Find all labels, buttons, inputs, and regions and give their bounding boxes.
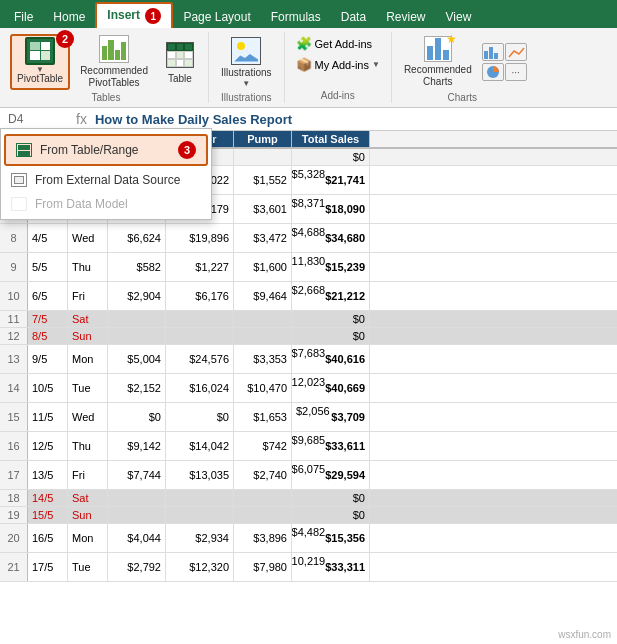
cell-20-date[interactable]: 16/5 <box>28 524 68 552</box>
addins-dropdown-arrow[interactable]: ▼ <box>372 60 380 69</box>
cell-21-heater[interactable]: $12,320 <box>166 553 234 581</box>
cell-6-total[interactable]: $5,328 $21,741 <box>292 166 370 194</box>
cell-21-ac[interactable]: $2,792 <box>108 553 166 581</box>
cell-9-total[interactable]: $11,830 $15,239 <box>292 253 370 281</box>
cell-11-day[interactable]: Sat <box>68 311 108 327</box>
pivot-table-button[interactable]: ▼ PivotTable 2 <box>10 34 70 90</box>
cell-5-total[interactable]: $0 <box>292 149 370 165</box>
cell-14-pump[interactable]: $10,470 <box>234 374 292 402</box>
cell-19-date[interactable]: 15/5 <box>28 507 68 523</box>
cell-12-heater[interactable] <box>166 328 234 344</box>
cell-13-day[interactable]: Mon <box>68 345 108 373</box>
cell-14-heater[interactable]: $16,024 <box>166 374 234 402</box>
cell-19-ac[interactable] <box>108 507 166 523</box>
cell-8-ac[interactable]: $6,624 <box>108 224 166 252</box>
cell-11-ac[interactable] <box>108 311 166 327</box>
cell-15-total[interactable]: $2,056 $3,709 <box>292 403 370 431</box>
cell-13-heater[interactable]: $24,576 <box>166 345 234 373</box>
cell-18-heater[interactable] <box>166 490 234 506</box>
cell-8-pump[interactable]: $3,472 <box>234 224 292 252</box>
cell-17-ac[interactable]: $7,744 <box>108 461 166 489</box>
cell-20-ac[interactable]: $4,044 <box>108 524 166 552</box>
cell-10-date[interactable]: 6/5 <box>28 282 68 310</box>
cell-9-heater[interactable]: $1,227 <box>166 253 234 281</box>
from-external-source-item[interactable]: From External Data Source <box>1 168 211 192</box>
cell-17-heater[interactable]: $13,035 <box>166 461 234 489</box>
cell-11-heater[interactable] <box>166 311 234 327</box>
cell-21-total[interactable]: $10,219 $33,311 <box>292 553 370 581</box>
cell-16-pump[interactable]: $742 <box>234 432 292 460</box>
cell-10-ac[interactable]: $2,904 <box>108 282 166 310</box>
cell-19-day[interactable]: Sun <box>68 507 108 523</box>
cell-18-date[interactable]: 14/5 <box>28 490 68 506</box>
cell-18-day[interactable]: Sat <box>68 490 108 506</box>
cell-21-date[interactable]: 17/5 <box>28 553 68 581</box>
more-charts-button[interactable]: ··· <box>505 63 527 81</box>
cell-17-pump[interactable]: $2,740 <box>234 461 292 489</box>
cell-12-day[interactable]: Sun <box>68 328 108 344</box>
cell-16-date[interactable]: 12/5 <box>28 432 68 460</box>
cell-13-pump[interactable]: $3,353 <box>234 345 292 373</box>
cell-7-total[interactable]: $8,371 $18,090 <box>292 195 370 223</box>
cell-8-total[interactable]: $4,688 $34,680 <box>292 224 370 252</box>
cell-13-total[interactable]: $7,683 $40,616 <box>292 345 370 373</box>
cell-20-heater[interactable]: $2,934 <box>166 524 234 552</box>
cell-12-total[interactable]: $0 <box>292 328 370 344</box>
cell-18-total[interactable]: $0 <box>292 490 370 506</box>
cell-9-ac[interactable]: $582 <box>108 253 166 281</box>
cell-21-pump[interactable]: $7,980 <box>234 553 292 581</box>
tab-home[interactable]: Home <box>43 6 95 28</box>
tab-formulas[interactable]: Formulas <box>261 6 331 28</box>
cell-10-pump[interactable]: $9,464 <box>234 282 292 310</box>
cell-11-total[interactable]: $0 <box>292 311 370 327</box>
cell-19-heater[interactable] <box>166 507 234 523</box>
tab-page-layout[interactable]: Page Layout <box>173 6 260 28</box>
cell-21-day[interactable]: Tue <box>68 553 108 581</box>
cell-17-date[interactable]: 13/5 <box>28 461 68 489</box>
get-addins-button[interactable]: 🧩 Get Add-ins <box>291 34 385 53</box>
cell-16-day[interactable]: Thu <box>68 432 108 460</box>
cell-16-total[interactable]: $9,685 $33,611 <box>292 432 370 460</box>
my-addins-button[interactable]: 📦 My Add-ins ▼ <box>291 55 385 74</box>
cell-5-pump[interactable] <box>234 149 292 165</box>
cell-7-pump[interactable]: $3,601 <box>234 195 292 223</box>
tab-review[interactable]: Review <box>376 6 435 28</box>
cell-6-pump[interactable]: $1,552 <box>234 166 292 194</box>
cell-12-date[interactable]: 8/5 <box>28 328 68 344</box>
bar-chart-button[interactable] <box>482 43 504 61</box>
cell-11-date[interactable]: 7/5 <box>28 311 68 327</box>
cell-15-heater[interactable]: $0 <box>166 403 234 431</box>
cell-9-date[interactable]: 5/5 <box>28 253 68 281</box>
cell-14-date[interactable]: 10/5 <box>28 374 68 402</box>
recommended-charts-button[interactable]: ★ RecommendedCharts <box>398 34 478 90</box>
cell-14-day[interactable]: Tue <box>68 374 108 402</box>
tab-view[interactable]: View <box>436 6 482 28</box>
cell-13-ac[interactable]: $5,004 <box>108 345 166 373</box>
pie-chart-button[interactable] <box>482 63 504 81</box>
cell-18-ac[interactable] <box>108 490 166 506</box>
table-button[interactable]: Table <box>158 34 202 90</box>
cell-9-pump[interactable]: $1,600 <box>234 253 292 281</box>
cell-14-total[interactable]: $12,023 $40,669 <box>292 374 370 402</box>
cell-19-total[interactable]: $0 <box>292 507 370 523</box>
cell-12-ac[interactable] <box>108 328 166 344</box>
cell-16-heater[interactable]: $14,042 <box>166 432 234 460</box>
from-table-range-item[interactable]: From Table/Range 3 <box>4 134 208 166</box>
cell-10-heater[interactable]: $6,176 <box>166 282 234 310</box>
cell-15-pump[interactable]: $1,653 <box>234 403 292 431</box>
line-chart-button[interactable] <box>505 43 527 61</box>
cell-10-total[interactable]: $2,668 $21,212 <box>292 282 370 310</box>
cell-11-pump[interactable] <box>234 311 292 327</box>
cell-13-date[interactable]: 9/5 <box>28 345 68 373</box>
cell-18-pump[interactable] <box>234 490 292 506</box>
cell-8-heater[interactable]: $19,896 <box>166 224 234 252</box>
recommended-pivot-button[interactable]: RecommendedPivotTables <box>74 34 154 90</box>
cell-10-day[interactable]: Fri <box>68 282 108 310</box>
cell-17-total[interactable]: $6,075 $29,594 <box>292 461 370 489</box>
cell-9-day[interactable]: Thu <box>68 253 108 281</box>
cell-16-ac[interactable]: $9,142 <box>108 432 166 460</box>
cell-15-day[interactable]: Wed <box>68 403 108 431</box>
cell-12-pump[interactable] <box>234 328 292 344</box>
illustrations-button[interactable]: Illustrations ▼ <box>215 34 278 90</box>
tab-file[interactable]: File <box>4 6 43 28</box>
